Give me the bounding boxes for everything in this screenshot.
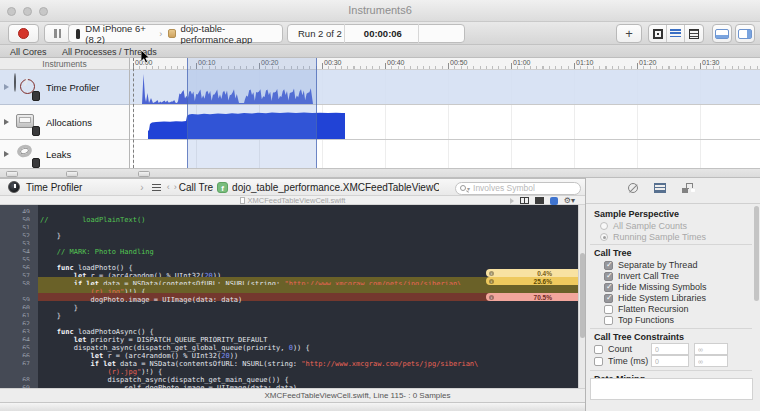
display-settings-icon[interactable] <box>654 183 666 193</box>
instruments-list: Time Profiler Allocations Leaks <box>0 70 130 168</box>
code-line: 57 let r = (arc4random() % UInt32(20))i0… <box>0 269 585 277</box>
checkbox-separate-by-thread[interactable]: Separate by Thread <box>604 260 697 270</box>
code-line: 58 if let data = NSData(contentsOfURL: N… <box>0 277 585 285</box>
checkbox-hide-system-libraries[interactable]: Hide System Libraries <box>604 293 706 303</box>
code-line: 56 func loadPhoto() { <box>0 261 585 269</box>
breadcrumb-symbol[interactable]: dojo_table_performance.XMCFeedTableViewC… <box>232 182 439 193</box>
scope-bar: All Cores All Processes / Threads <box>0 44 760 58</box>
leaks-icon <box>14 141 40 167</box>
cores-filter[interactable]: All Cores <box>10 47 47 57</box>
breadcrumb-view[interactable]: Call Tre <box>179 182 213 193</box>
radio-all-sample-counts[interactable]: All Sample Counts <box>600 221 687 231</box>
search-input[interactable] <box>473 183 576 193</box>
related-items-icon[interactable] <box>510 198 514 204</box>
code-line: 50// loadPlainText() <box>0 213 585 221</box>
count-min-input[interactable] <box>651 343 689 355</box>
split-editor-icon[interactable] <box>520 197 529 204</box>
timeline-selection-region[interactable] <box>187 58 317 168</box>
bottom-pane-icon <box>715 29 729 39</box>
gear-icon[interactable]: ⚙▾ <box>564 196 575 205</box>
checkbox-unchecked-icon <box>594 357 603 366</box>
instruments-window: Instruments6 DM iPhone 6+ (8.2) › dojo-t… <box>0 0 760 411</box>
checkbox-top-functions[interactable]: Top Functions <box>604 315 674 325</box>
current-file[interactable]: XMCFeedTableViewCell.swift <box>0 196 585 205</box>
target-app-label[interactable]: dojo-table-performance.app <box>180 23 282 45</box>
inspector-scrollbar-thumb[interactable] <box>754 206 759 301</box>
nav-back-icon[interactable]: ‹ <box>167 182 170 192</box>
radio-icon <box>600 222 608 230</box>
grid-view-icon <box>689 29 699 39</box>
section-title-call-tree: Call Tree <box>594 248 632 258</box>
zoom-control-button[interactable] <box>66 171 78 177</box>
code-line: 49 <box>0 205 585 213</box>
list-view-icon <box>670 29 681 38</box>
instrument-row-leaks[interactable]: Leaks <box>0 140 129 168</box>
layers-icon[interactable] <box>535 197 544 204</box>
extended-detail-icon[interactable] <box>682 183 694 193</box>
ruler-tick-label: 00:40 <box>387 59 405 66</box>
radio-selected-icon <box>600 233 608 241</box>
search-field[interactable]: ▾ <box>455 182 581 195</box>
instrument-row-allocations[interactable]: Allocations <box>0 105 129 140</box>
checkbox-count-constraint[interactable]: Count <box>594 344 632 354</box>
code-lines: 4950// loadPlainText()5152 }5354 // MARK… <box>0 205 585 388</box>
disclosure-triangle-icon[interactable] <box>4 151 9 157</box>
instrument-label: Time Profiler <box>46 82 100 93</box>
nav-forward-icon[interactable]: › <box>174 182 177 192</box>
run-time-display: Run 2 of 2 00:00:06 <box>287 24 465 43</box>
mouse-cursor <box>141 50 151 64</box>
target-selector[interactable]: DM iPhone 6+ (8.2) › dojo-table-performa… <box>68 24 283 43</box>
checkbox-hide-missing-symbols[interactable]: Hide Missing Symbols <box>604 282 707 292</box>
count-max-input[interactable] <box>694 343 728 355</box>
disclosure-triangle-icon[interactable] <box>4 119 9 125</box>
view-mode-record-target-button[interactable] <box>649 25 667 42</box>
search-icon <box>460 185 466 191</box>
code-line: 61 } <box>0 309 585 317</box>
view-mode-grid-button[interactable] <box>685 25 703 42</box>
inspector-header <box>586 178 760 204</box>
playhead[interactable] <box>133 58 134 168</box>
radio-running-sample-times[interactable]: Running Sample Times <box>600 232 706 242</box>
detail-view-menu-icon[interactable] <box>152 184 161 191</box>
run-counter: Run 2 of 2 <box>298 28 342 39</box>
add-instrument-button[interactable]: + <box>616 24 642 43</box>
record-button[interactable] <box>8 24 39 43</box>
source-code-editor[interactable]: 4950// loadPlainText()5152 }5354 // MARK… <box>0 205 585 388</box>
target-device-label[interactable]: DM iPhone 6+ (8.2) <box>85 23 157 45</box>
data-mining-list[interactable] <box>590 378 753 400</box>
time-profiler-mini-icon <box>8 181 20 193</box>
checkbox-unchecked-icon <box>604 316 613 325</box>
view-mode-list-button[interactable] <box>667 25 685 42</box>
checkbox-flatten-recursion[interactable]: Flatten Recursion <box>604 304 689 314</box>
time-min-input[interactable] <box>651 355 689 367</box>
code-line: 59 dogPhoto.image = UIImage(data: data)i… <box>0 293 585 301</box>
time-max-input[interactable] <box>694 355 728 367</box>
track-pane-footer <box>0 168 760 178</box>
editor-status-bar: XMCFeedTableViewCell.swift, Line 115- : … <box>0 388 585 402</box>
zoom-control-button[interactable] <box>6 171 18 177</box>
file-icon <box>240 197 245 204</box>
sample-percentage-badge: i25.6% <box>486 277 578 285</box>
code-scrollbar[interactable] <box>578 205 585 388</box>
toggle-right-pane-button[interactable] <box>735 24 755 43</box>
checkbox-time-constraint[interactable]: Time (ms) <box>594 356 648 366</box>
chevron-right-icon: › <box>140 182 143 193</box>
zoom-control-button[interactable] <box>138 171 150 177</box>
breadcrumb-instrument[interactable]: Time Profiler <box>26 182 82 193</box>
chevron-right-icon: › <box>159 29 162 39</box>
detail-breadcrumb-bar: Time Profiler › ‹ › Call Tre f dojo_tabl… <box>0 178 585 196</box>
toggle-bottom-pane-button[interactable] <box>712 24 732 43</box>
iphone-icon <box>76 29 80 39</box>
sample-percentage-badge: i0.4% <box>486 269 578 277</box>
checkbox-invert-call-tree[interactable]: Invert Call Tree <box>604 271 679 281</box>
code-line: 64 let priority = DISPATCH_QUEUE_PRIORIT… <box>0 333 585 341</box>
ruler-tick-label: 00:30 <box>324 59 342 66</box>
instrument-row-time-profiler[interactable]: Time Profiler <box>0 70 129 105</box>
instruments-column-header: Instruments <box>0 58 130 70</box>
pause-button[interactable] <box>44 24 71 43</box>
annotations-icon[interactable] <box>550 197 558 205</box>
code-line: 55 <box>0 253 585 261</box>
disclosure-triangle-icon[interactable] <box>4 84 9 90</box>
time-profiler-icon <box>14 74 40 100</box>
record-settings-icon[interactable] <box>628 183 638 193</box>
